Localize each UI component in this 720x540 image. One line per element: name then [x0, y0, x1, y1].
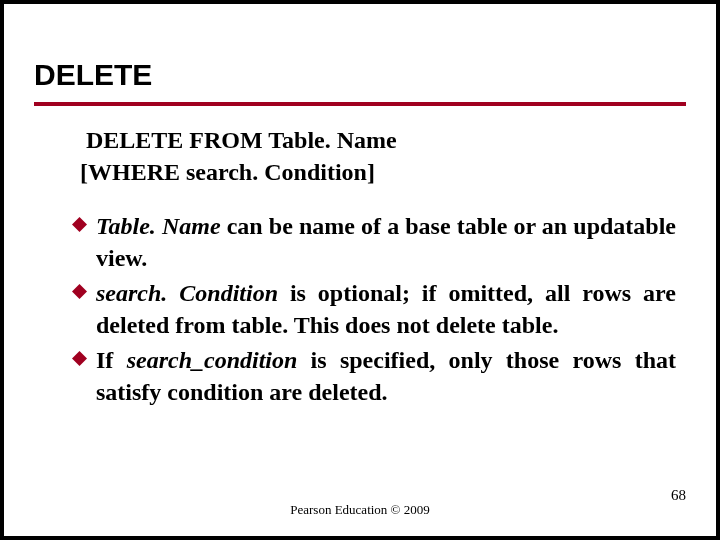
svg-marker-1: [72, 284, 87, 299]
diamond-bullet-icon: [72, 284, 87, 299]
slide-title: DELETE: [34, 58, 152, 92]
bullet-lead-italic: Table. Name: [96, 213, 221, 239]
bullet-lead: If: [96, 347, 127, 373]
bullet-item: search. Condition is optional; if omitte…: [72, 277, 676, 342]
page-number: 68: [671, 487, 686, 504]
bullet-item: Table. Name can be name of a base table …: [72, 210, 676, 275]
title-underline: [34, 102, 686, 106]
code-line-1: DELETE FROM Table. Name: [86, 124, 676, 156]
footer-copyright: Pearson Education © 2009: [4, 502, 716, 518]
syntax-block: DELETE FROM Table. Name [WHERE search. C…: [86, 124, 676, 189]
bullet-lead-italic: search. Condition: [96, 280, 278, 306]
diamond-bullet-icon: [72, 217, 87, 232]
bullet-list: Table. Name can be name of a base table …: [72, 210, 676, 410]
diamond-bullet-icon: [72, 351, 87, 366]
bullet-item: If search_condition is specified, only t…: [72, 344, 676, 409]
code-line-2: [WHERE search. Condition]: [80, 156, 676, 188]
svg-marker-0: [72, 217, 87, 232]
bullet-mid-italic: search_condition: [127, 347, 298, 373]
slide: DELETE DELETE FROM Table. Name [WHERE se…: [4, 4, 716, 536]
svg-marker-2: [72, 351, 87, 366]
